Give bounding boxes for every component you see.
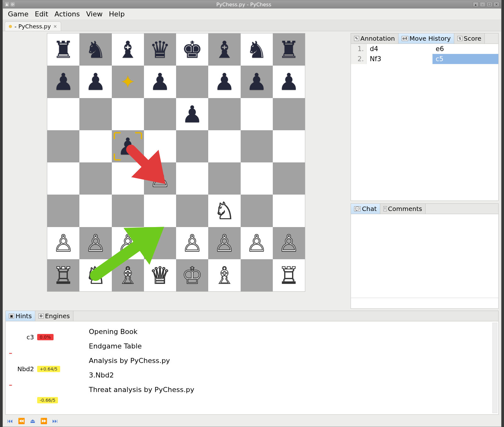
square-a2[interactable]: ♙ [47, 227, 79, 259]
square-f4[interactable] [208, 162, 240, 195]
chess-board[interactable]: ♜♞♝♛♚♝♞♜♟♟✦♟♟♟♟♟♟♙♘♙♙♙♙♙♙♙♖♘♗♕♔♗♖ [47, 33, 305, 292]
square-g4[interactable] [241, 162, 273, 195]
square-g2[interactable]: ♙ [241, 227, 273, 259]
tab-engines[interactable]: ⚙Engines [35, 311, 73, 321]
piece-wR[interactable]: ♖ [53, 262, 74, 289]
piece-wP[interactable]: ♙ [85, 230, 106, 257]
menu-actions[interactable]: Actions [52, 9, 82, 19]
square-d4[interactable]: ♙ [144, 162, 176, 195]
square-d1[interactable]: ♕ [144, 259, 176, 291]
playback-last-icon[interactable]: ⏭ [52, 418, 58, 424]
square-a5[interactable] [47, 130, 79, 162]
square-c1[interactable]: ♗ [112, 259, 144, 291]
square-d7[interactable]: ♟ [144, 66, 176, 98]
playback-eject-icon[interactable]: ⏏ [30, 418, 35, 424]
move-white[interactable]: d4 [367, 44, 432, 54]
square-h6[interactable] [273, 98, 305, 130]
window-maximize-button[interactable]: ☐ [487, 2, 492, 7]
playback-forward-icon[interactable]: ⏩ [40, 418, 47, 424]
square-g1[interactable] [241, 259, 273, 291]
piece-wB[interactable]: ♗ [214, 262, 235, 289]
square-e2[interactable]: ♙ [176, 227, 208, 259]
square-e6[interactable]: ♟ [176, 98, 208, 130]
move-black[interactable]: e6 [432, 44, 498, 54]
square-c2[interactable]: ♙ [112, 227, 144, 259]
square-f8[interactable]: ♝ [208, 33, 240, 66]
square-f3[interactable]: ♘ [208, 195, 240, 227]
square-d2[interactable] [144, 227, 176, 259]
square-a4[interactable] [47, 162, 79, 195]
piece-bP[interactable]: ♟ [85, 68, 106, 95]
hint-line[interactable]: -0.66/5 [9, 397, 81, 403]
square-c3[interactable] [112, 195, 144, 227]
window-close-button[interactable]: ✕ [494, 2, 499, 7]
piece-bN[interactable]: ♞ [246, 36, 267, 63]
move-history-list[interactable]: 1. d4 e6 2. Nf3 c5 [351, 44, 498, 201]
square-a1[interactable]: ♖ [47, 259, 79, 291]
square-b7[interactable]: ♟ [79, 66, 112, 98]
piece-bP[interactable]: ♟ [246, 68, 267, 95]
square-d5[interactable] [144, 130, 176, 162]
tab-hints[interactable]: ▣Hints [6, 311, 35, 321]
square-f6[interactable] [208, 98, 240, 130]
square-c4[interactable] [112, 162, 144, 195]
piece-bP[interactable]: ♟ [117, 133, 138, 160]
square-b8[interactable]: ♞ [79, 33, 112, 66]
square-a3[interactable] [47, 195, 79, 227]
square-b1[interactable]: ♘ [79, 259, 112, 291]
piece-wP[interactable]: ♙ [182, 230, 203, 257]
piece-wB[interactable]: ♗ [117, 262, 138, 289]
square-g8[interactable]: ♞ [241, 33, 273, 66]
square-f2[interactable]: ♙ [208, 227, 240, 259]
square-h2[interactable]: ♙ [273, 227, 305, 259]
square-f1[interactable]: ♗ [208, 259, 240, 291]
menu-game[interactable]: Game [5, 9, 31, 19]
piece-bB[interactable]: ♝ [214, 36, 235, 63]
square-e1[interactable]: ♔ [176, 259, 208, 291]
window-up-button[interactable]: ▴ [473, 2, 478, 7]
piece-bB[interactable]: ♝ [117, 36, 138, 63]
playback-rewind-icon[interactable]: ⏪ [18, 418, 25, 424]
square-e4[interactable] [176, 162, 208, 195]
piece-wN[interactable]: ♘ [214, 197, 235, 224]
piece-wP[interactable]: ♙ [214, 230, 235, 257]
piece-wP[interactable]: ♙ [150, 165, 170, 192]
square-g5[interactable] [241, 130, 273, 162]
tab-comments[interactable]: !Comments [380, 204, 426, 214]
square-h3[interactable] [273, 195, 305, 227]
piece-bP[interactable]: ♟ [53, 68, 74, 95]
chat-body[interactable] [351, 214, 498, 298]
piece-wQ[interactable]: ♕ [150, 262, 170, 289]
square-a8[interactable]: ♜ [47, 33, 79, 66]
piece-wR[interactable]: ♖ [278, 262, 299, 289]
piece-bP[interactable]: ♟ [278, 68, 299, 95]
square-h5[interactable] [273, 130, 305, 162]
square-d3[interactable] [144, 195, 176, 227]
square-g6[interactable] [241, 98, 273, 130]
piece-bP[interactable]: ♟ [182, 101, 203, 128]
piece-bR[interactable]: ♜ [278, 36, 299, 63]
square-b5[interactable] [79, 130, 112, 162]
menu-view[interactable]: View [83, 9, 105, 19]
piece-wN[interactable]: ♘ [85, 262, 106, 289]
square-b3[interactable] [79, 195, 112, 227]
move-white[interactable]: Nf3 [367, 54, 432, 64]
square-f5[interactable] [208, 130, 240, 162]
hints-scrollbar[interactable] [492, 323, 497, 413]
square-c8[interactable]: ♝ [112, 33, 144, 66]
piece-bK[interactable]: ♚ [182, 36, 203, 63]
piece-bQ[interactable]: ♛ [150, 36, 170, 63]
tab-score[interactable]: ↯Score [454, 33, 485, 44]
playback-first-icon[interactable]: ⏮ [7, 418, 13, 424]
square-h7[interactable]: ♟ [273, 66, 305, 98]
square-g7[interactable]: ♟ [241, 66, 273, 98]
tab-move-history[interactable]: e4Move History [398, 33, 454, 44]
tab-close-icon[interactable]: ✕ [53, 24, 57, 29]
menu-help[interactable]: Help [106, 9, 127, 19]
chat-input[interactable] [351, 298, 498, 308]
hint-line[interactable]: c3 0.0% [9, 333, 81, 341]
square-a7[interactable]: ♟ [47, 66, 79, 98]
square-e7[interactable] [176, 66, 208, 98]
piece-bP[interactable]: ♟ [214, 68, 235, 95]
piece-bP[interactable]: ♟ [150, 68, 170, 95]
